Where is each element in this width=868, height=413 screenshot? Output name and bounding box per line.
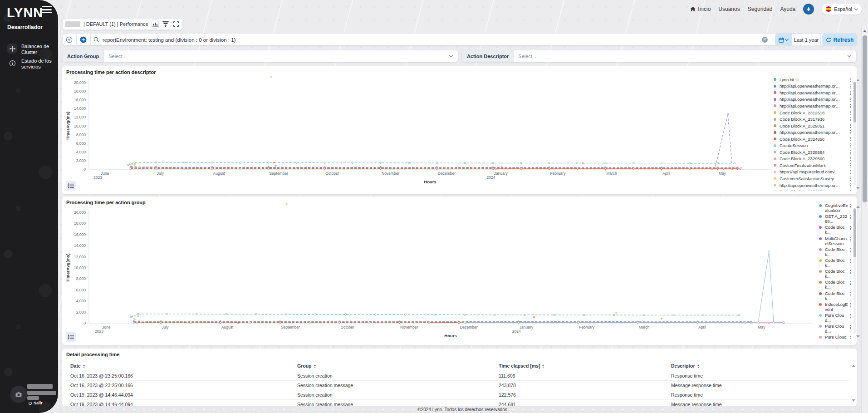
date-picker-button[interactable] <box>775 34 792 46</box>
legend-item-menu-icon[interactable] <box>849 335 853 339</box>
legend-item[interactable]: Pure Cloud... <box>819 324 853 334</box>
chart-view-button[interactable] <box>152 20 159 29</box>
legend-item-menu-icon[interactable] <box>849 117 853 122</box>
sidebar-item-balanceo-de-cluster[interactable]: Balanceo de Cluster <box>7 44 54 55</box>
action-descriptor-filter[interactable]: Action Descriptor Select... <box>462 50 857 62</box>
search-input[interactable] <box>103 37 692 43</box>
legend-item[interactable]: CustomFinalizationMark <box>774 162 853 169</box>
legend-item[interactable]: http://api.openweathermap.org/da... <box>774 129 853 136</box>
nav-link-inicio[interactable]: Inicio <box>690 6 711 12</box>
legend-item-menu-icon[interactable] <box>849 259 853 264</box>
legend-item-menu-icon[interactable] <box>849 176 853 181</box>
legend-item-menu-icon[interactable] <box>849 170 853 175</box>
legend-item-menu-icon[interactable] <box>849 248 853 253</box>
add-filter-button[interactable] <box>77 36 90 43</box>
column-header-sort[interactable]: Date <box>66 361 293 371</box>
language-selector[interactable]: Español <box>822 4 862 15</box>
legend-item-menu-icon[interactable] <box>849 215 853 220</box>
legend-item[interactable]: GET A_23288... <box>819 214 853 225</box>
legend-item-menu-icon[interactable] <box>849 123 853 128</box>
legend-item[interactable]: CreateSession <box>774 142 853 149</box>
legend-item-menu-icon[interactable] <box>849 143 853 148</box>
legend-item-menu-icon[interactable] <box>849 137 853 142</box>
legend-item-menu-icon[interactable] <box>849 110 853 115</box>
legend-scroll-down-icon[interactable] <box>856 335 860 339</box>
legend-item-menu-icon[interactable] <box>849 77 853 82</box>
legend-item[interactable]: http://api.openweathermap.org/da... <box>774 89 853 96</box>
avatar[interactable] <box>10 386 27 403</box>
legend-item-menu-icon[interactable] <box>849 226 853 231</box>
legend-item[interactable]: Code Block... <box>819 280 853 290</box>
legend-scroll-thumb[interactable] <box>853 82 856 123</box>
legend-toggle-button[interactable] <box>66 332 76 342</box>
legend-item[interactable]: http://api.openweathermap.org/da... <box>774 103 853 109</box>
legend-scroll-thumb[interactable] <box>853 208 856 257</box>
lynn-brand-icon[interactable] <box>803 4 814 15</box>
legend-item[interactable]: Code Block... <box>819 258 853 269</box>
nav-link-usuarios[interactable]: Usuarios <box>718 6 740 12</box>
legend-scroll-up-icon[interactable] <box>856 77 860 81</box>
legend-item[interactable]: Code Block... <box>819 225 853 236</box>
legend-item[interactable]: https://api.mypurecloud.com/ <box>774 169 853 176</box>
legend-item[interactable]: Pure Cloud... <box>819 313 853 324</box>
legend-item-menu-icon[interactable] <box>849 292 853 297</box>
legend-toggle-button[interactable] <box>66 181 76 191</box>
legend-item[interactable]: Code Block A_2329500 <box>774 156 853 162</box>
legend-item[interactable]: Code Block A_2312618 <box>774 109 853 116</box>
legend-item-menu-icon[interactable] <box>849 150 853 155</box>
legend-item[interactable]: MultiChannelSession <box>819 236 853 247</box>
legend-item[interactable]: http://api.openweathermap.org/da... <box>774 182 853 189</box>
legend-item[interactable]: Code Block A_2334338 <box>774 188 853 191</box>
column-header-sort[interactable]: Time elapsed [ms] <box>495 361 667 371</box>
legend-item-menu-icon[interactable] <box>849 163 853 168</box>
scroll-up-icon[interactable] <box>863 28 867 32</box>
sidebar-item-estado-de-los-servicios[interactable]: Estado de los servicios <box>7 58 54 70</box>
legend-item-menu-icon[interactable] <box>849 90 853 95</box>
legend-scroll-up-icon[interactable] <box>856 204 860 208</box>
scroll-thumb[interactable] <box>863 35 867 202</box>
legend-item-menu-icon[interactable] <box>849 303 853 308</box>
fullscreen-button[interactable] <box>172 20 180 29</box>
column-header-sort[interactable]: Descriptor <box>667 361 849 371</box>
legend-item[interactable]: Code Block A_2324856 <box>774 136 853 143</box>
legend-item[interactable]: Pure Cloud G... <box>819 334 853 339</box>
filter-circle-icon[interactable] <box>63 34 77 46</box>
legend-scroll-down-icon[interactable] <box>856 187 860 191</box>
legend-item-menu-icon[interactable] <box>849 189 853 191</box>
legend-item-menu-icon[interactable] <box>849 183 853 188</box>
legend-item[interactable]: CustomerSatisfactionSurvey <box>774 175 853 182</box>
legend-item[interactable]: Code Block A_2329564 <box>774 149 853 156</box>
page-scrollbar[interactable] <box>861 26 868 413</box>
table-scroll-down-icon[interactable] <box>852 399 855 403</box>
legend-item-menu-icon[interactable] <box>849 157 853 162</box>
legend-item[interactable]: Code Block... <box>819 269 853 280</box>
legend-item[interactable]: Code Block... <box>819 291 853 302</box>
legend-item[interactable]: Code Block A_2317936 <box>774 116 853 123</box>
action-group-filter[interactable]: Action Group Select... <box>62 50 458 62</box>
legend-item-menu-icon[interactable] <box>849 237 853 242</box>
hamburger-menu-icon[interactable] <box>42 6 52 14</box>
legend-item-menu-icon[interactable] <box>849 103 853 108</box>
legend-item-menu-icon[interactable] <box>849 97 853 102</box>
nav-link-ayuda[interactable]: Ayuda <box>780 6 795 12</box>
legend-scrollbar[interactable] <box>853 82 856 185</box>
refresh-button[interactable]: Refresh <box>822 34 857 46</box>
legend-item-menu-icon[interactable] <box>849 130 853 135</box>
legend-item-menu-icon[interactable] <box>849 324 853 329</box>
legend-item-menu-icon[interactable] <box>849 204 853 209</box>
legend-item-menu-icon[interactable] <box>849 280 853 285</box>
legend-item[interactable]: Code Block... <box>819 247 853 258</box>
legend-scrollbar[interactable] <box>853 208 856 334</box>
filter-view-button[interactable] <box>162 20 169 29</box>
legend-item[interactable]: CognitiveEvaluation <box>819 203 853 214</box>
nav-link-seguridad[interactable]: Seguridad <box>748 6 773 12</box>
legend-item[interactable]: http://api.openweathermap.org/da... <box>774 83 853 90</box>
legend-item-menu-icon[interactable] <box>849 84 853 89</box>
logout-button[interactable]: Salir <box>28 401 43 405</box>
clear-search-icon[interactable]: × <box>762 37 768 43</box>
table-scroll-up-icon[interactable] <box>852 363 855 367</box>
legend-item[interactable]: http://api.openweathermap.org/da... <box>774 96 853 103</box>
legend-item[interactable]: Code Block A_2329051 <box>774 123 853 129</box>
legend-item-menu-icon[interactable] <box>849 270 853 275</box>
legend-item[interactable]: InduceLogEvent <box>819 302 853 313</box>
